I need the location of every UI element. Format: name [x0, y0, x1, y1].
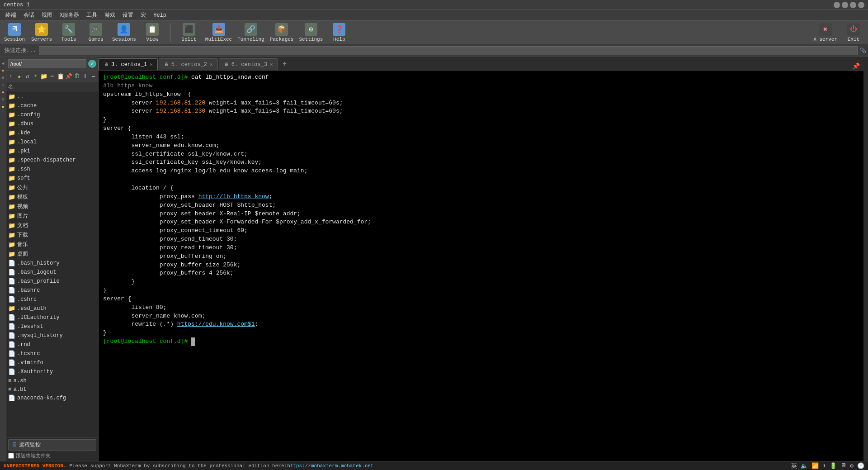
menu-session[interactable]: 会话	[20, 10, 38, 20]
list-item[interactable]: 📄 .ICEauthority	[6, 313, 98, 322]
remote-monitor-button[interactable]: 🖥 远程监控	[8, 439, 96, 451]
maximize-button[interactable]	[850, 2, 856, 8]
toolbar-tools-button[interactable]: 🔧 Tools	[58, 23, 80, 42]
list-item[interactable]: 📄 .bashrc	[6, 286, 98, 295]
list-item[interactable]: 📄 .tcshrc	[6, 349, 98, 358]
toolbar-multiexec-button[interactable]: 📤 MultiExec	[205, 23, 232, 42]
clock-icon[interactable]: ⚙	[850, 462, 854, 470]
list-item[interactable]: 📄 anaconda-ks.cfg	[6, 394, 98, 403]
network-icon[interactable]: 📶	[811, 462, 819, 470]
list-item[interactable]: 📄 .viminfo	[6, 358, 98, 367]
toolbar-servers-button[interactable]: ⭐ Servers	[31, 23, 52, 42]
tab-centos3[interactable]: 🖥 6. centos_3 ✕	[219, 58, 278, 70]
time-icon[interactable]: 🕐	[857, 462, 864, 470]
list-item[interactable]: 📁 soft	[6, 174, 98, 183]
menu-macro[interactable]: 宏	[137, 10, 150, 20]
list-item[interactable]: 📁 图片	[6, 211, 98, 221]
list-item[interactable]: 📁 公共	[6, 183, 98, 192]
list-item[interactable]: 📁 .cache	[6, 101, 98, 110]
sound-icon[interactable]: 🔈	[801, 462, 808, 470]
menu-terminal[interactable]: 终端	[2, 10, 20, 20]
sidebar-tb-newfolder[interactable]: 📁	[40, 71, 47, 81]
list-item[interactable]: 📁 .esd_auth	[6, 304, 98, 313]
sidebar-tb-cut[interactable]: ✂	[48, 71, 56, 81]
toolbar-sessions-button[interactable]: 👤 Sessions	[112, 23, 136, 42]
list-item[interactable]: 📄 .bash_logout	[6, 268, 98, 277]
sidebar-tb-star[interactable]: ★	[15, 71, 23, 81]
list-item[interactable]: 📁 .local	[6, 138, 98, 147]
list-item[interactable]: 📁 模板	[6, 192, 98, 202]
toolbar-tunneling-button[interactable]: 🔗 Tunneling	[237, 23, 264, 42]
battery-icon[interactable]: 🔋	[830, 462, 837, 470]
follow-terminal-check[interactable]	[8, 453, 14, 459]
list-item[interactable]: 📁 视频	[6, 202, 98, 211]
list-item[interactable]: 📄 .bash_profile	[6, 277, 98, 286]
list-item[interactable]: 📄 .Xauthority	[6, 367, 98, 376]
strip-icon-4[interactable]: ⚡	[0, 82, 6, 88]
list-item[interactable]: 📁 .pki	[6, 147, 98, 156]
toolbar-xserver-button[interactable]: ✖ X server	[813, 23, 837, 42]
tab-centos1[interactable]: 🖥 3. centos_1 ✕	[99, 58, 158, 70]
list-item[interactable]: 📁 .speech-dispatcher	[6, 156, 98, 165]
list-item[interactable]: 📁 文档	[6, 221, 98, 230]
strip-icon-3[interactable]: ≡	[0, 75, 6, 81]
sidebar-tb-up[interactable]: ↑	[7, 71, 14, 81]
terminal-output[interactable]: [root@localhost conf.d]# cat lb_https_kn…	[99, 71, 863, 461]
sidebar-tb-info[interactable]: ℹ	[81, 71, 89, 81]
list-item[interactable]: 📁 .kde	[6, 128, 98, 138]
menu-tools[interactable]: 工具	[83, 10, 101, 20]
menu-settings[interactable]: 设置	[119, 10, 137, 20]
list-item[interactable]: 📁 ..	[6, 92, 98, 101]
toolbar-view-button[interactable]: 📋 View	[142, 23, 163, 42]
display-icon[interactable]: 🖥	[840, 462, 846, 469]
sidebar-tb-newfile[interactable]: +	[32, 71, 39, 81]
menu-xserver[interactable]: X服务器	[56, 10, 83, 20]
list-item[interactable]: 📁 .dbus	[6, 119, 98, 128]
sidebar-tb-delete[interactable]: 🗑	[73, 71, 80, 81]
sidebar-tb-dots[interactable]: ⋯	[90, 71, 97, 81]
vertical-scrollbar[interactable]	[863, 57, 868, 461]
sidebar-tb-refresh[interactable]: ↺	[24, 71, 31, 81]
tab-close-3[interactable]: ✕	[270, 62, 273, 67]
list-item[interactable]: 📄 .rnd	[6, 340, 98, 349]
list-item[interactable]: 📁 下载	[6, 230, 98, 240]
restore-button[interactable]	[842, 2, 848, 8]
list-item[interactable]: ■ a.sh	[6, 376, 98, 385]
quickconnect-attach-button[interactable]: 📎	[860, 47, 866, 53]
follow-terminal-checkbox[interactable]: 跟随终端文件夹	[8, 452, 96, 459]
sidebar-tb-paste[interactable]: 📌	[65, 71, 72, 81]
upload-icon[interactable]: ⬆	[822, 462, 826, 470]
menu-help[interactable]: Help	[150, 11, 170, 19]
toolbar-help-button[interactable]: ❓ Help	[328, 23, 350, 42]
path-input[interactable]	[8, 59, 86, 68]
strip-icon-1[interactable]: ◀	[0, 61, 6, 66]
minimize-button[interactable]	[834, 2, 840, 8]
strip-icon-7[interactable]: ●	[0, 104, 6, 109]
tab-centos2[interactable]: 🖥 5. centos_2 ✕	[159, 58, 218, 70]
strip-icon-5[interactable]: ●	[0, 90, 6, 95]
toolbar-split-button[interactable]: ⬛ Split	[178, 23, 200, 42]
list-item[interactable]: 📁 音乐	[6, 240, 98, 249]
list-item[interactable]: 📄 .mysql_history	[6, 331, 98, 340]
sidebar-tb-copy[interactable]: 📋	[57, 71, 64, 81]
new-tab-button[interactable]: +	[279, 58, 291, 70]
tab-close-1[interactable]: ✕	[150, 62, 153, 67]
mobatek-link[interactable]: https://mobaxterm.mobatek.net	[287, 463, 373, 469]
toolbar-packages-button[interactable]: 📦 Packages	[270, 23, 294, 42]
tab-close-2[interactable]: ✕	[210, 62, 213, 67]
list-item[interactable]: 📄 .bash_history	[6, 259, 98, 268]
file-tree[interactable]: 📁 .. 📁 .cache 📁 .config 📁 .dbus 📁	[6, 91, 98, 437]
toolbar-exit-button[interactable]: ⏻ Exit	[843, 23, 864, 42]
list-item[interactable]: 📁 .config	[6, 110, 98, 119]
list-item[interactable]: 📁 .ssh	[6, 165, 98, 174]
tab-pin-button[interactable]: 📌	[849, 62, 863, 70]
close-button[interactable]	[858, 2, 864, 8]
quickconnect-input[interactable]	[39, 46, 858, 55]
menu-games[interactable]: 游戏	[101, 10, 119, 20]
list-item[interactable]: 📄 .lesshst	[6, 322, 98, 331]
lang-icon[interactable]: 英	[791, 462, 797, 470]
toolbar-settings-button[interactable]: ⚙ Settings	[299, 23, 323, 42]
strip-icon-6[interactable]: ≡	[0, 97, 6, 102]
menu-view[interactable]: 视图	[38, 10, 56, 20]
toolbar-games-button[interactable]: 🎮 Games	[85, 23, 107, 42]
